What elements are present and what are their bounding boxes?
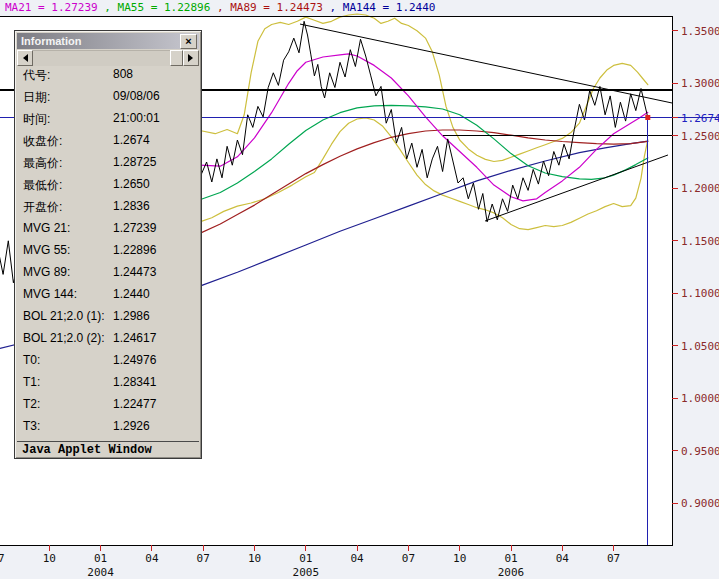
x-tick-label: 04 (350, 552, 364, 565)
info-row: 最高价:1.28725 (17, 155, 199, 177)
x-tick-label: 04 (145, 552, 159, 565)
info-row-value: 1.24473 (113, 265, 156, 279)
y-tick-label: 1.3000 (681, 77, 719, 90)
current-price-marker (645, 115, 650, 120)
info-row: 日期:09/08/06 (17, 89, 199, 111)
info-row-value: 808 (113, 67, 133, 81)
x-tick-label: 07 (197, 552, 210, 565)
info-row: 代号:808 (17, 67, 199, 89)
info-row-value: 1.22896 (113, 243, 156, 257)
info-row-value: 1.22477 (113, 397, 156, 411)
info-row: MVG 144:1.2440 (17, 287, 199, 309)
y-tick-label: 1.1000 (681, 287, 719, 300)
x-year-label: 2005 (293, 566, 320, 579)
info-row: MVG 21:1.27239 (17, 221, 199, 243)
x-tick-label: 04 (556, 552, 570, 565)
y-tick-label: 1.2000 (681, 182, 719, 195)
x-tick-label: 01 (299, 552, 312, 565)
info-row: T3:1.2926 (17, 419, 199, 441)
x-tick-label: 07 (0, 552, 5, 565)
information-window-titlebar[interactable]: Information × (17, 33, 199, 49)
info-row-value: 21:00:01 (113, 111, 160, 125)
x-tick-label: 07 (402, 552, 415, 565)
x-tick-label: 01 (94, 552, 107, 565)
record-scrollbar (17, 50, 199, 66)
y-tick-label: 1.3500 (681, 25, 719, 38)
info-row-label: 收盘价: (23, 133, 62, 150)
y-tick-label: 0.9500 (681, 445, 719, 458)
info-row-label: T1: (23, 375, 40, 389)
info-row-label: MVG 55: (23, 243, 70, 257)
info-row: BOL 21;2.0 (2):1.24617 (17, 331, 199, 353)
next-record-button[interactable] (183, 50, 199, 66)
info-row-value: 1.2440 (113, 287, 150, 301)
info-row-value: 1.27239 (113, 221, 156, 235)
info-row: MVG 55:1.22896 (17, 243, 199, 265)
java-applet-warning: Java Applet Window (17, 441, 199, 458)
information-window: Information × 代号:808日期:09/08/06时间:21:00:… (14, 30, 202, 459)
y-tick-label: 1.1500 (681, 235, 719, 248)
info-row-label: T2: (23, 397, 40, 411)
x-tick-label: 01 (504, 552, 517, 565)
info-row-label: MVG 144: (23, 287, 77, 301)
info-row: 时间:21:00:01 (17, 111, 199, 133)
close-button[interactable]: × (180, 34, 197, 49)
previous-record-button[interactable] (17, 50, 33, 66)
y-tick-label: 1.2500 (681, 130, 719, 143)
y-tick-label: 1.0000 (681, 392, 719, 405)
x-tick-label: 10 (453, 552, 466, 565)
window-title: Information (19, 35, 180, 47)
y-tick-label: 1.0500 (681, 340, 719, 353)
info-row: 收盘价:1.2674 (17, 133, 199, 155)
current-price-label: 1.2674 (681, 112, 719, 125)
info-row-label: BOL 21;2.0 (1): (23, 309, 105, 323)
applet-stage: MA21 = 1.27239 , MA55 = 1.22896 , MA89 =… (0, 0, 719, 579)
info-fields: 代号:808日期:09/08/06时间:21:00:01收盘价:1.2674最高… (17, 67, 199, 441)
x-year-label: 2006 (498, 566, 525, 579)
info-row-label: 代号: (23, 67, 50, 84)
info-row-value: 1.2650 (113, 177, 150, 191)
y-tick-label: 0.9000 (681, 497, 719, 510)
info-row: MVG 89:1.24473 (17, 265, 199, 287)
info-row-label: T3: (23, 419, 40, 433)
info-row-value: 1.28341 (113, 375, 156, 389)
info-row: T2:1.22477 (17, 397, 199, 419)
info-row-value: 1.2674 (113, 133, 150, 147)
info-row: 开盘价:1.2836 (17, 199, 199, 221)
info-row-value: 1.28725 (113, 155, 156, 169)
info-row-label: 时间: (23, 111, 50, 128)
info-row-label: MVG 21: (23, 221, 70, 235)
info-row-value: 09/08/06 (113, 89, 160, 103)
arrow-left-icon (19, 54, 28, 62)
x-tick-label: 10 (43, 552, 56, 565)
info-row-label: MVG 89: (23, 265, 70, 279)
info-row-value: 1.24617 (113, 331, 156, 345)
x-tick-label: 07 (607, 552, 620, 565)
info-row-value: 1.2926 (113, 419, 150, 433)
info-row: T0:1.24976 (17, 353, 199, 375)
info-row-label: 日期: (23, 89, 50, 106)
info-row: 最低价:1.2650 (17, 177, 199, 199)
info-row: T1:1.28341 (17, 375, 199, 397)
scrollbar-thumb[interactable] (170, 50, 183, 66)
info-row-value: 1.2986 (113, 309, 150, 323)
scrollbar-track[interactable] (33, 50, 170, 66)
info-row-label: BOL 21;2.0 (2): (23, 331, 105, 345)
x-year-label: 2004 (87, 566, 114, 579)
info-row-label: T0: (23, 353, 40, 367)
arrow-right-icon (188, 54, 197, 62)
info-row-label: 最低价: (23, 177, 62, 194)
close-icon: × (185, 36, 191, 47)
info-row-label: 开盘价: (23, 199, 62, 216)
info-row-value: 1.2836 (113, 199, 150, 213)
x-tick-label: 10 (248, 552, 261, 565)
info-row-label: 最高价: (23, 155, 62, 172)
info-row-value: 1.24976 (113, 353, 156, 367)
info-row: BOL 21;2.0 (1):1.2986 (17, 309, 199, 331)
